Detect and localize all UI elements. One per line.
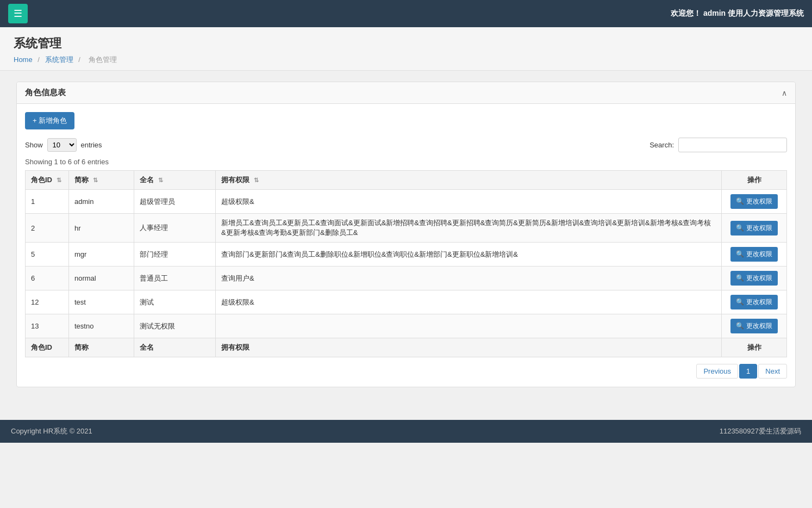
entries-select[interactable]: 10 25 50 100 xyxy=(47,138,77,152)
system-name-text: 使用人力资源管理系统 xyxy=(728,9,804,17)
col-header-id[interactable]: 角色ID ⇅ xyxy=(26,171,69,190)
pagination: Previous 1 Next xyxy=(25,364,787,379)
header: ☰ 欢迎您！ admin 使用人力资源管理系统 xyxy=(0,0,812,27)
breadcrumb-sep-1: / xyxy=(38,55,40,64)
search-input[interactable] xyxy=(678,138,787,152)
page-title-area: 系统管理 Home / 系统管理 / 角色管理 xyxy=(0,27,812,71)
footer-copyright: Copyright HR系统 © 2021 xyxy=(11,426,92,436)
cell-full: 普通员工 xyxy=(134,267,216,290)
menu-toggle-button[interactable]: ☰ xyxy=(8,4,28,23)
table-row: 1admin超级管理员超级权限&🔍 更改权限 xyxy=(26,190,787,214)
cell-action: 🔍 更改权限 xyxy=(722,314,787,338)
card-header: 角色信息表 ∧ xyxy=(17,82,795,104)
show-entries-control: Show 10 25 50 100 entries xyxy=(25,138,102,152)
cell-perm: 新增员工&查询员工&更新员工&查询面试&更新面试&新增招聘&查询招聘&更新招聘&… xyxy=(216,214,722,243)
cell-id: 2 xyxy=(26,214,69,243)
table-row: 6normal普通员工查询用户&🔍 更改权限 xyxy=(26,267,787,290)
username: admin xyxy=(703,9,726,17)
cell-id: 6 xyxy=(26,267,69,290)
role-info-card: 角色信息表 ∧ + 新增角色 Show 10 25 50 100 entries xyxy=(16,82,796,387)
col-footer-full: 全名 xyxy=(134,338,216,357)
footer: Copyright HR系统 © 2021 1123580927爱生活爱源码 xyxy=(0,420,812,443)
search-box: Search: xyxy=(649,138,787,152)
cell-perm xyxy=(216,314,722,338)
col-header-perm[interactable]: 拥有权限 ⇅ xyxy=(216,171,722,190)
change-permission-button[interactable]: 🔍 更改权限 xyxy=(730,221,777,236)
breadcrumb-current: 角色管理 xyxy=(89,55,117,64)
cell-perm: 查询用户& xyxy=(216,267,722,290)
cell-id: 5 xyxy=(26,243,69,267)
col-header-full[interactable]: 全名 ⇅ xyxy=(134,171,216,190)
cell-short: normal xyxy=(69,267,134,290)
card-collapse-button[interactable]: ∧ xyxy=(782,89,787,97)
show-label: Show xyxy=(25,141,43,149)
header-user-info: 欢迎您！ admin 使用人力资源管理系统 xyxy=(671,9,804,18)
previous-button[interactable]: Previous xyxy=(696,364,738,379)
page-1-button[interactable]: 1 xyxy=(739,364,757,379)
col-footer-perm: 拥有权限 xyxy=(216,338,722,357)
cell-action: 🔍 更改权限 xyxy=(722,190,787,214)
cell-id: 13 xyxy=(26,314,69,338)
table-header-row: 角色ID ⇅ 简称 ⇅ 全名 ⇅ 拥有权限 ⇅ xyxy=(26,171,787,190)
change-permission-button[interactable]: 🔍 更改权限 xyxy=(730,194,777,209)
change-permission-button[interactable]: 🔍 更改权限 xyxy=(730,319,777,333)
cell-short: testno xyxy=(69,314,134,338)
cell-action: 🔍 更改权限 xyxy=(722,214,787,243)
search-label: Search: xyxy=(649,141,674,149)
cell-id: 1 xyxy=(26,190,69,214)
page-title: 系统管理 xyxy=(14,35,798,52)
sort-icon-perm: ⇅ xyxy=(254,177,259,183)
table-row: 12test测试超级权限&🔍 更改权限 xyxy=(26,290,787,314)
menu-icon: ☰ xyxy=(14,8,22,20)
sort-icon-full: ⇅ xyxy=(158,177,163,183)
card-title: 角色信息表 xyxy=(25,88,66,98)
cell-perm: 超级权限& xyxy=(216,290,722,314)
cell-short: hr xyxy=(69,214,134,243)
cell-perm: 查询部门&更新部门&查询员工&删除职位&新增职位&查询职位&新增部门&更新职位&… xyxy=(216,243,722,267)
cell-action: 🔍 更改权限 xyxy=(722,267,787,290)
col-header-action: 操作 xyxy=(722,171,787,190)
breadcrumb-system[interactable]: 系统管理 xyxy=(45,55,73,64)
cell-full: 测试无权限 xyxy=(134,314,216,338)
entries-label: entries xyxy=(81,141,102,149)
table-footer-row: 角色ID 简称 全名 拥有权限 操作 xyxy=(26,338,787,357)
cell-full: 超级管理员 xyxy=(134,190,216,214)
add-role-button[interactable]: + 新增角色 xyxy=(25,112,74,129)
showing-info: Showing 1 to 6 of 6 entries xyxy=(25,158,787,166)
cell-full: 测试 xyxy=(134,290,216,314)
table-row: 2hr人事经理新增员工&查询员工&更新员工&查询面试&更新面试&新增招聘&查询招… xyxy=(26,214,787,243)
cell-perm: 超级权限& xyxy=(216,190,722,214)
cell-id: 12 xyxy=(26,290,69,314)
change-permission-button[interactable]: 🔍 更改权限 xyxy=(730,247,777,262)
cell-full: 部门经理 xyxy=(134,243,216,267)
change-permission-button[interactable]: 🔍 更改权限 xyxy=(730,295,777,309)
cell-full: 人事经理 xyxy=(134,214,216,243)
sort-icon-id: ⇅ xyxy=(57,177,61,183)
breadcrumb-sep-2: / xyxy=(78,55,80,64)
table-row: 5mgr部门经理查询部门&更新部门&查询员工&删除职位&新增职位&查询职位&新增… xyxy=(26,243,787,267)
table-row: 13testno测试无权限🔍 更改权限 xyxy=(26,314,787,338)
cell-short: test xyxy=(69,290,134,314)
col-footer-id: 角色ID xyxy=(26,338,69,357)
cell-action: 🔍 更改权限 xyxy=(722,243,787,267)
card-body: + 新增角色 Show 10 25 50 100 entries Search: xyxy=(17,104,795,387)
cell-short: mgr xyxy=(69,243,134,267)
table-controls: Show 10 25 50 100 entries Search: xyxy=(25,138,787,152)
col-footer-action: 操作 xyxy=(722,338,787,357)
breadcrumb-home[interactable]: Home xyxy=(14,55,33,64)
cell-action: 🔍 更改权限 xyxy=(722,290,787,314)
footer-author: 1123580927爱生活爱源码 xyxy=(720,426,801,436)
next-button[interactable]: Next xyxy=(758,364,787,379)
breadcrumb: Home / 系统管理 / 角色管理 xyxy=(14,55,798,65)
welcome-text: 欢迎您！ xyxy=(671,9,701,17)
col-footer-short: 简称 xyxy=(69,338,134,357)
cell-short: admin xyxy=(69,190,134,214)
main-content: 角色信息表 ∧ + 新增角色 Show 10 25 50 100 entries xyxy=(0,71,812,398)
change-permission-button[interactable]: 🔍 更改权限 xyxy=(730,271,777,286)
collapse-icon: ∧ xyxy=(782,89,787,97)
roles-table: 角色ID ⇅ 简称 ⇅ 全名 ⇅ 拥有权限 ⇅ xyxy=(25,170,787,357)
col-header-short[interactable]: 简称 ⇅ xyxy=(69,171,134,190)
sort-icon-short: ⇅ xyxy=(93,177,98,183)
